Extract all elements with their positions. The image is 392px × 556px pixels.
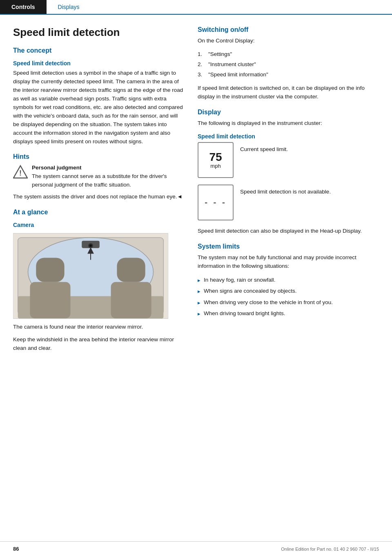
svg-point-10	[89, 245, 92, 247]
list-item: 1."Settings"	[198, 49, 377, 60]
speed-sign-75: 75 mph	[198, 142, 234, 178]
display-item-unavailable: - - - Speed limit detection is not avail…	[198, 185, 377, 220]
bullet-text: When driving toward bright lights.	[204, 309, 285, 318]
list-item: ▸When driving very close to the vehicle …	[198, 297, 377, 308]
list-item: ▸When driving toward bright lights.	[198, 308, 377, 319]
svg-rect-12	[30, 282, 70, 318]
display-header: Display	[198, 109, 377, 116]
header-nav: Controls Displays	[0, 0, 392, 15]
page-title: Speed limit detection	[13, 26, 185, 39]
arrow-icon: ▸	[198, 310, 200, 318]
camera-caption: The camera is found near the interior re…	[13, 323, 185, 331]
hints-header: Hints	[13, 153, 185, 160]
at-a-glance-header: At a glance	[13, 209, 185, 216]
list-item: 2."Instrument cluster"	[198, 60, 377, 70]
tab-displays[interactable]: Displays	[47, 0, 91, 14]
speed-dashes: - - -	[205, 197, 227, 208]
switching-header: Switching on/off	[198, 26, 377, 33]
system-limits-list: ▸In heavy fog, rain or snowfall. ▸When s…	[198, 275, 377, 319]
speed-number: 75	[209, 151, 222, 163]
concept-subheader: Speed limit detection	[13, 60, 185, 67]
tab-displays-label: Displays	[58, 4, 80, 10]
footer-text: Online Edition for Part no. 01 40 2 960 …	[281, 547, 379, 552]
step-text: "Instrument cluster"	[208, 60, 256, 69]
camera-header: Camera	[13, 222, 185, 228]
svg-rect-6	[36, 258, 64, 282]
display-extra: Speed limit detection can also be displa…	[198, 227, 377, 236]
display-desc-unavailable: Speed limit detection is not available.	[240, 185, 331, 196]
hints-warning-label: Personal judgment	[32, 165, 82, 171]
camera-image	[13, 233, 168, 319]
footer: 86 Online Edition for Part no. 01 40 2 9…	[0, 541, 392, 556]
step-text: "Speed limit information"	[208, 71, 268, 79]
arrow-icon: ▸	[198, 276, 200, 285]
svg-rect-13	[111, 282, 151, 318]
switching-intro: On the Control Display:	[198, 37, 377, 45]
hints-warning-text2: The system assists the driver and does n…	[13, 193, 185, 201]
right-column: Switching on/off On the Control Display:…	[198, 26, 377, 357]
step-text: "Settings"	[208, 50, 232, 59]
bullet-text: When driving very close to the vehicle i…	[204, 298, 333, 307]
svg-rect-7	[117, 258, 145, 282]
system-limits-header: System limits	[198, 243, 377, 250]
concept-body: Speed limit detection uses a symbol in t…	[13, 69, 185, 146]
step-num: 2.	[198, 60, 205, 69]
footer-page-number: 86	[13, 546, 19, 552]
speed-sign-dashes: - - -	[198, 185, 234, 220]
list-item: ▸When signs are concealed by objects.	[198, 286, 377, 297]
step-num: 3.	[198, 71, 205, 79]
display-desc-current: Current speed limit.	[240, 142, 288, 154]
switching-steps-list: 1."Settings" 2."Instrument cluster" 3."S…	[198, 49, 377, 80]
list-item: 3."Speed limit information"	[198, 70, 377, 80]
left-column: Speed limit detection The concept Speed …	[13, 26, 185, 357]
concept-header: The concept	[13, 47, 185, 54]
main-content: Speed limit detection The concept Speed …	[0, 15, 392, 373]
display-item-speed: 75 mph Current speed limit.	[198, 142, 377, 178]
svg-text:!: !	[19, 169, 22, 177]
bullet-text: In heavy fog, rain or snowfall.	[204, 276, 276, 285]
switching-body: If speed limit detection is switched on,…	[198, 84, 377, 101]
tab-controls[interactable]: Controls	[0, 0, 47, 14]
speed-unit: mph	[210, 163, 220, 169]
tab-controls-label: Controls	[11, 4, 35, 10]
list-item: ▸In heavy fog, rain or snowfall.	[198, 275, 377, 286]
hints-text: Personal judgment The system cannot serv…	[32, 164, 185, 189]
camera-text: Keep the windshield in the area behind t…	[13, 336, 185, 353]
display-intro: The following is displayed in the instru…	[198, 119, 377, 128]
system-limits-intro: The system may not be fully functional a…	[198, 254, 377, 271]
bullet-text: When signs are concealed by objects.	[204, 287, 296, 296]
arrow-icon: ▸	[198, 287, 200, 296]
display-subheader: Speed limit detection	[198, 133, 377, 140]
step-num: 1.	[198, 50, 205, 59]
arrow-icon: ▸	[198, 299, 200, 307]
hints-box: ! Personal judgment The system cannot se…	[13, 164, 185, 189]
hints-warning-text1: The system cannot serve as a substitute …	[32, 173, 167, 188]
warning-icon: !	[13, 165, 28, 179]
